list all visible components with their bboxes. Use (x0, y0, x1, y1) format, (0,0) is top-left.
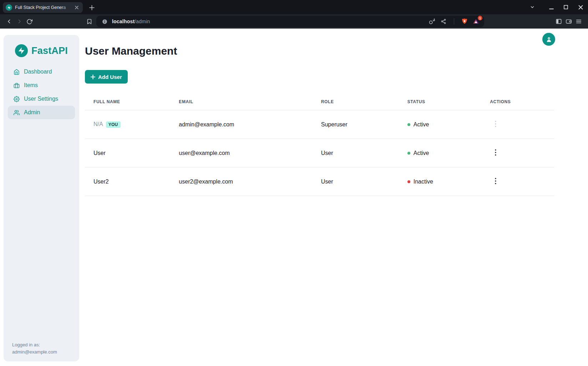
sidebar-item-label: User Settings (24, 96, 58, 102)
menu-icon[interactable] (574, 16, 584, 26)
brave-rewards-icon[interactable]: 1 (472, 17, 480, 25)
table-row: User user@example.com User Active (85, 139, 554, 167)
row-actions-menu-icon[interactable] (492, 176, 499, 187)
site-info-icon[interactable] (101, 17, 108, 25)
reload-icon[interactable] (24, 16, 34, 26)
rewards-notification-badge: 1 (478, 16, 482, 20)
logged-in-email: admin@example.com (12, 349, 57, 356)
table-row: User2 user2@example.com User Inactive (85, 167, 554, 196)
share-icon[interactable] (440, 17, 447, 25)
tab-search-chevron-icon[interactable] (529, 4, 536, 10)
users-icon (14, 110, 20, 116)
tab-title-fade (61, 5, 71, 10)
minimize-icon[interactable] (548, 4, 554, 10)
page-title: User Management (85, 45, 554, 57)
browser-toolbar: localhost/admin 1 (0, 14, 588, 29)
sidebar-item-items[interactable]: Items (8, 79, 75, 92)
fastapi-bolt-icon (15, 44, 28, 57)
add-user-button[interactable]: Add User (85, 70, 128, 84)
col-full-name: FULL NAME (85, 94, 170, 110)
main-panel: User Management Add User FULL NAME EMAIL… (79, 29, 588, 366)
window-controls (529, 0, 584, 14)
user-status: Active (414, 150, 429, 156)
back-icon[interactable] (4, 16, 14, 26)
user-email: admin@example.com (170, 110, 312, 139)
col-actions: ACTIONS (481, 94, 554, 110)
sidebar-item-label: Dashboard (24, 69, 52, 75)
fastapi-favicon-bolt-icon (6, 4, 12, 11)
user-status: Active (414, 121, 429, 127)
sidebar-item-user-settings[interactable]: User Settings (8, 92, 75, 106)
logged-in-info: Logged in as: admin@example.com (12, 341, 57, 356)
fastapi-logo[interactable]: FastAPI (4, 44, 79, 58)
wallet-icon[interactable] (564, 16, 574, 26)
table-header-row: FULL NAME EMAIL ROLE STATUS ACTIONS (85, 94, 554, 110)
user-email: user2@example.com (170, 167, 312, 196)
you-badge: YOU (106, 121, 121, 128)
sidebar: FastAPI Dashboard Items User Settings Ad… (4, 35, 79, 361)
user-role: Superuser (313, 110, 399, 139)
briefcase-icon (14, 82, 20, 89)
close-window-icon[interactable] (577, 4, 584, 10)
user-full-name: User2 (85, 167, 170, 196)
url-bar[interactable]: localhost/admin 1 (96, 16, 484, 27)
col-email: EMAIL (170, 94, 312, 110)
sidebar-panel-icon[interactable] (554, 16, 564, 26)
user-astronaut-icon (546, 36, 552, 43)
sidebar-item-dashboard[interactable]: Dashboard (8, 65, 75, 79)
brave-shield-icon[interactable] (461, 17, 468, 25)
status-dot (407, 152, 410, 155)
col-role: ROLE (313, 94, 399, 110)
key-icon[interactable] (428, 17, 436, 25)
tab-title: Full Stack Project Genera (15, 5, 71, 10)
user-email: user@example.com (170, 139, 312, 167)
table-row: N/AYOU admin@example.com Superuser Activ… (85, 110, 554, 139)
maximize-icon[interactable] (563, 4, 569, 10)
bookmark-icon[interactable] (84, 16, 94, 26)
status-dot (407, 123, 410, 126)
sidebar-item-label: Items (24, 82, 38, 89)
sidebar-item-admin[interactable]: Admin (8, 106, 75, 119)
user-full-name: N/A (93, 121, 103, 127)
url-host: localhost (112, 19, 135, 24)
home-icon (14, 69, 20, 75)
plus-icon (91, 75, 95, 79)
add-user-label: Add User (98, 74, 122, 80)
tab-strip: Full Stack Project Genera (0, 0, 588, 14)
page-content: FastAPI Dashboard Items User Settings Ad… (0, 29, 588, 366)
row-actions-menu-icon (492, 119, 499, 130)
url-path: /admin (135, 19, 150, 24)
row-actions-menu-icon[interactable] (492, 148, 499, 158)
status-dot (407, 180, 410, 183)
url-text: localhost/admin (112, 19, 425, 24)
sidebar-item-label: Admin (24, 109, 40, 116)
user-menu-button[interactable] (542, 33, 555, 46)
user-full-name: User (85, 139, 170, 167)
forward-icon[interactable] (14, 16, 24, 26)
sidebar-nav: Dashboard Items User Settings Admin (4, 65, 79, 119)
users-table: FULL NAME EMAIL ROLE STATUS ACTIONS N/AY… (85, 94, 554, 196)
gear-icon (14, 96, 20, 102)
user-status: Inactive (414, 179, 433, 185)
tab-close-icon[interactable] (74, 4, 80, 11)
logged-in-label: Logged in as: (12, 341, 57, 349)
user-role: User (313, 167, 399, 196)
new-tab-icon[interactable] (87, 3, 96, 12)
user-role: User (313, 139, 399, 167)
logo-text: FastAPI (31, 45, 68, 56)
browser-tab[interactable]: Full Stack Project Genera (3, 2, 83, 13)
urlbar-divider (454, 18, 454, 25)
col-status: STATUS (399, 94, 481, 110)
